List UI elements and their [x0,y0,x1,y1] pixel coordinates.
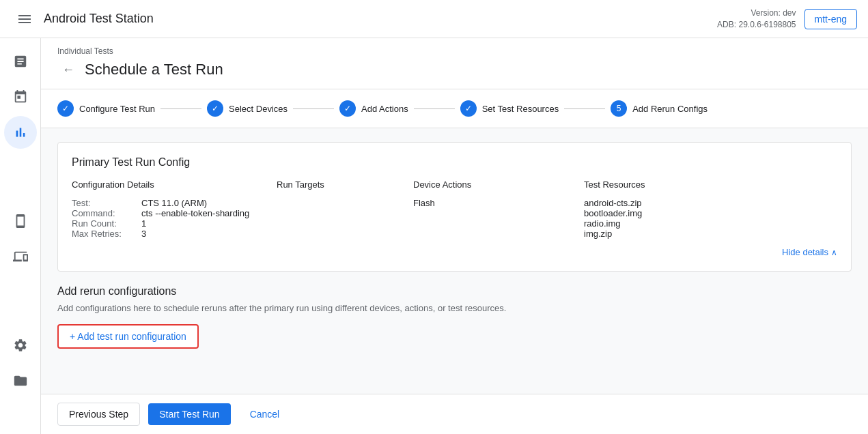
connector-1 [160,108,201,109]
inner-content: Primary Test Run Config Configuration De… [41,128,868,362]
detail-val-test: CTS 11.0 (ARM) [141,198,207,208]
config-details-col: Test: CTS 11.0 (ARM) Command: cts --enab… [72,198,277,239]
detail-key-command: Command: [72,208,133,218]
hide-details-row: Hide details ∧ [72,247,837,257]
sidebar-item-configs[interactable] [4,240,37,273]
detail-val-command: cts --enable-token-sharding [141,208,249,218]
step-1: ✓ Configure Test Run [57,100,155,117]
menu-icon[interactable] [11,5,38,33]
sidebar [0,38,41,434]
env-button[interactable]: mtt-eng [804,9,857,29]
version-info: Version: dev ADB: 29.0.6-6198805 [717,8,796,31]
page-title: Schedule a Test Run [85,61,223,78]
device-actions-col: Flash [413,198,584,239]
rerun-section: Add rerun configurations Add configurati… [57,285,852,349]
detail-key-maxretries: Max Retries: [72,229,133,239]
breadcrumb-area: Individual Tests ← Schedule a Test Run [41,38,868,89]
step-5: 5 Add Rerun Configs [611,100,708,117]
step-2: ✓ Select Devices [207,100,288,117]
step-3-label: Add Actions [361,104,408,114]
previous-step-button[interactable]: Previous Step [57,403,140,426]
detail-val-maxretries: 3 [141,229,146,239]
step-4: ✓ Set Test Resources [460,100,559,117]
step-1-circle: ✓ [57,100,74,117]
content-area: Primary Test Run Config Configuration De… [41,128,868,394]
test-resource-4: img.zip [584,229,837,239]
breadcrumb: Individual Tests [57,46,852,56]
chevron-up-icon: ∧ [831,248,837,257]
connector-2 [293,108,334,109]
start-test-run-button[interactable]: Start Test Run [148,403,230,425]
col-header-1: Configuration Details [72,179,277,198]
rerun-description: Add configurations here to schedule reru… [57,303,852,313]
right-panel: Individual Tests ← Schedule a Test Run ✓… [41,38,868,434]
step-4-label: Set Test Resources [482,104,559,114]
main-layout: Individual Tests ← Schedule a Test Run ✓… [0,38,868,434]
test-resource-2: bootloader.img [584,208,837,218]
sidebar-item-analytics[interactable] [4,116,37,149]
sidebar-item-tests[interactable] [4,45,37,78]
page-title-row: ← Schedule a Test Run [57,59,852,89]
test-resource-1: android-cts.zip [584,198,837,208]
stepper: ✓ Configure Test Run ✓ Select Devices ✓ … [41,89,868,128]
detail-row-maxretries: Max Retries: 3 [72,229,277,239]
test-resources-col: android-cts.zip bootloader.img radio.img… [584,198,837,239]
detail-row-command: Command: cts --enable-token-sharding [72,208,277,218]
add-config-button[interactable]: + Add test run configuration [57,324,199,349]
connector-4 [564,108,605,109]
detail-key-test: Test: [72,198,133,208]
sidebar-item-devices[interactable] [4,205,37,237]
rerun-title: Add rerun configurations [57,285,852,298]
test-resource-3: radio.img [584,218,837,229]
col-header-4: Test Resources [584,179,837,198]
col-header-2: Run Targets [277,179,413,198]
step-2-label: Select Devices [229,104,288,114]
detail-row-runcount: Run Count: 1 [72,218,277,229]
col-header-3: Device Actions [413,179,584,198]
bottom-bar: Previous Step Start Test Run Cancel [41,394,868,434]
connector-3 [414,108,455,109]
step-5-label: Add Rerun Configs [632,104,708,114]
back-button[interactable]: ← [57,59,79,81]
config-card: Primary Test Run Config Configuration De… [57,142,852,272]
cancel-button[interactable]: Cancel [239,403,291,425]
detail-val-runcount: 1 [141,218,146,229]
step-1-label: Configure Test Run [79,104,155,114]
detail-row-test: Test: CTS 11.0 (ARM) [72,198,277,208]
run-targets-col [277,198,413,239]
step-3-circle: ✓ [339,100,356,117]
device-action-flash: Flash [413,198,584,208]
sidebar-item-calendar[interactable] [4,81,37,113]
config-table: Configuration Details Run Targets Device… [72,179,837,239]
step-5-circle: 5 [611,100,627,117]
step-2-circle: ✓ [207,100,223,117]
app-title: Android Test Station [44,12,717,26]
hide-details-button[interactable]: Hide details ∧ [782,247,837,257]
sidebar-item-files[interactable] [4,364,37,397]
step-4-circle: ✓ [460,100,477,117]
config-card-title: Primary Test Run Config [72,156,837,169]
detail-key-runcount: Run Count: [72,218,133,229]
step-3: ✓ Add Actions [339,100,408,117]
sidebar-item-settings[interactable] [4,329,37,362]
topbar: Android Test Station Version: dev ADB: 2… [0,0,868,38]
